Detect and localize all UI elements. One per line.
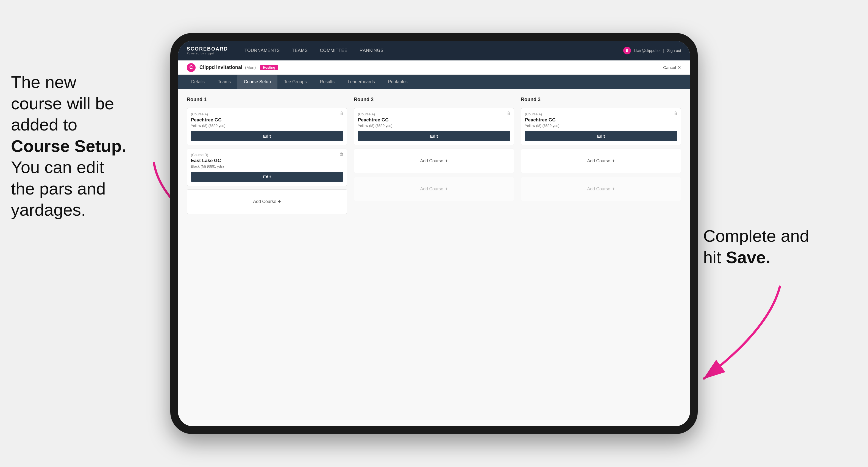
- nav-logo: SCOREBOARD Powered by clippd: [187, 46, 228, 55]
- course-card-r1-a: 🗑 (Course A) Peachtree GC Yellow (M) (66…: [187, 108, 347, 145]
- nav-item-committee[interactable]: COMMITTEE: [314, 46, 353, 55]
- round-3-column: Round 3 🗑 (Course A) Peachtree GC Yellow…: [521, 97, 681, 214]
- tab-leaderboards[interactable]: Leaderboards: [341, 75, 381, 89]
- nav-item-rankings[interactable]: RANKINGS: [354, 46, 389, 55]
- add-course-r3-extra-label: Add Course: [587, 187, 610, 191]
- course-details-r3-a: Yellow (M) (6629 yds): [525, 124, 677, 128]
- tab-details[interactable]: Details: [185, 75, 211, 89]
- delete-course-r3-a-button[interactable]: 🗑: [673, 111, 678, 116]
- delete-course-r1-b-button[interactable]: 🗑: [339, 152, 344, 157]
- tablet-screen: SCOREBOARD Powered by clippd TOURNAMENTS…: [178, 41, 690, 426]
- sign-out-link[interactable]: Sign out: [667, 48, 681, 53]
- tournament-bar: C Clippd Invitational (Men) Hosting Canc…: [178, 60, 690, 75]
- round-2-label: Round 2: [354, 97, 514, 102]
- user-email: blair@clippd.io: [634, 48, 659, 53]
- nav-logo-title: SCOREBOARD: [187, 46, 228, 52]
- tab-teams[interactable]: Teams: [211, 75, 237, 89]
- round-1-column: Round 1 🗑 (Course A) Peachtree GC Yellow…: [187, 97, 347, 214]
- nav-item-tournaments[interactable]: TOURNAMENTS: [239, 46, 285, 55]
- tab-course-setup[interactable]: Course Setup: [237, 75, 277, 89]
- course-name-r3-a: Peachtree GC: [525, 117, 677, 123]
- course-details-r1-a: Yellow (M) (6629 yds): [191, 124, 343, 128]
- tablet-frame: SCOREBOARD Powered by clippd TOURNAMENTS…: [170, 33, 698, 434]
- delete-course-r2-a-button[interactable]: 🗑: [506, 111, 510, 116]
- top-nav: SCOREBOARD Powered by clippd TOURNAMENTS…: [178, 41, 690, 60]
- annotation-left: The new course will be added to Course S…: [11, 71, 176, 221]
- avatar: B: [623, 47, 631, 54]
- annotation-right: Complete and hit Save.: [703, 225, 846, 268]
- tabs-bar: Details Teams Course Setup Tee Groups Re…: [178, 75, 690, 89]
- tournament-type: (Men): [245, 65, 256, 70]
- add-course-r1-plus: +: [278, 199, 281, 205]
- add-course-r3-button[interactable]: Add Course +: [521, 149, 681, 173]
- nav-item-teams[interactable]: TEAMS: [286, 46, 313, 55]
- main-content: Round 1 🗑 (Course A) Peachtree GC Yellow…: [178, 89, 690, 426]
- nav-right: B blair@clippd.io | Sign out: [623, 47, 681, 54]
- delete-course-r1-a-button[interactable]: 🗑: [339, 111, 344, 116]
- tournament-logo: C: [187, 63, 195, 72]
- round-3-label: Round 3: [521, 97, 681, 102]
- close-icon: ✕: [678, 65, 681, 70]
- add-course-r3-plus: +: [612, 158, 615, 164]
- course-badge-r2-a: (Course A): [358, 112, 510, 116]
- round-1-label: Round 1: [187, 97, 347, 102]
- add-course-r3-extra-button: Add Course +: [521, 177, 681, 201]
- tournament-hosting-badge: Hosting: [260, 65, 278, 70]
- course-badge-r3-a: (Course A): [525, 112, 677, 116]
- tab-printables[interactable]: Printables: [381, 75, 414, 89]
- edit-course-r3-a-button[interactable]: Edit: [525, 131, 677, 141]
- course-badge-r1-b: (Course B): [191, 153, 343, 157]
- add-course-r2-plus: +: [445, 158, 448, 164]
- tournament-name: Clippd Invitational: [199, 65, 242, 70]
- cancel-button[interactable]: Cancel ✕: [663, 65, 681, 70]
- add-course-r3-extra-plus: +: [612, 186, 615, 192]
- course-card-r2-a: 🗑 (Course A) Peachtree GC Yellow (M) (66…: [354, 108, 514, 145]
- add-course-r2-extra-button: Add Course +: [354, 177, 514, 201]
- tab-tee-groups[interactable]: Tee Groups: [277, 75, 313, 89]
- course-name-r2-a: Peachtree GC: [358, 117, 510, 123]
- tab-results[interactable]: Results: [313, 75, 341, 89]
- add-course-r2-button[interactable]: Add Course +: [354, 149, 514, 173]
- add-course-r2-label: Add Course: [420, 158, 443, 163]
- edit-course-r2-a-button[interactable]: Edit: [358, 131, 510, 141]
- nav-items: TOURNAMENTS TEAMS COMMITTEE RANKINGS: [239, 46, 623, 55]
- course-details-r1-b: Black (M) (6891 yds): [191, 164, 343, 168]
- course-badge-r1-a: (Course A): [191, 112, 343, 116]
- course-name-r1-b: East Lake GC: [191, 158, 343, 163]
- add-course-r1-button[interactable]: Add Course +: [187, 189, 347, 214]
- edit-course-r1-a-button[interactable]: Edit: [191, 131, 343, 141]
- add-course-r2-extra-plus: +: [445, 186, 448, 192]
- course-name-r1-a: Peachtree GC: [191, 117, 343, 123]
- course-details-r2-a: Yellow (M) (6629 yds): [358, 124, 510, 128]
- round-2-column: Round 2 🗑 (Course A) Peachtree GC Yellow…: [354, 97, 514, 214]
- course-card-r3-a: 🗑 (Course A) Peachtree GC Yellow (M) (66…: [521, 108, 681, 145]
- nav-separator: |: [663, 48, 664, 53]
- course-card-r1-b: 🗑 (Course B) East Lake GC Black (M) (689…: [187, 149, 347, 186]
- add-course-r2-extra-label: Add Course: [420, 187, 443, 191]
- add-course-r3-label: Add Course: [587, 158, 610, 163]
- add-course-r1-label: Add Course: [253, 199, 276, 204]
- nav-logo-sub: Powered by clippd: [187, 52, 228, 55]
- edit-course-r1-b-button[interactable]: Edit: [191, 172, 343, 182]
- rounds-grid: Round 1 🗑 (Course A) Peachtree GC Yellow…: [187, 97, 681, 214]
- arrow-right: [687, 280, 797, 384]
